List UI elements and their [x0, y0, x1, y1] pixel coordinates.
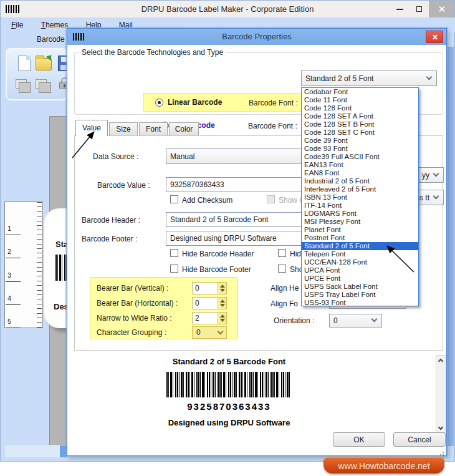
cancel-button[interactable]: Cancel [393, 432, 446, 447]
preview-value-text: 9325870363433 [160, 401, 299, 412]
bearer-horizontal-value: 0 [195, 299, 199, 308]
show-right-checkbox[interactable] [278, 265, 286, 273]
website-badge: www.Howtobarcode.net [323, 457, 444, 474]
font-list-item[interactable]: Interleaved 2 of 5 Font [302, 185, 418, 193]
font-list-item[interactable]: LOGMARS Font [302, 210, 418, 218]
ok-button[interactable]: OK [333, 432, 385, 447]
narrow-wide-spinner[interactable]: 2 [192, 312, 227, 324]
font-list-item[interactable]: USPS Sack Label Font [302, 283, 418, 291]
show-checksum-checkbox [267, 195, 275, 203]
bearer-vertical-label: Bearer Bar (Vertical) : [97, 284, 168, 293]
font-list-item[interactable]: UCC/EAN-128 Font [302, 258, 418, 266]
font-list-item[interactable]: EAN13 Font [302, 161, 418, 169]
right-scroll-band[interactable] [448, 47, 454, 446]
add-checksum-checkbox[interactable] [170, 195, 178, 203]
font-list-item[interactable]: EAN8 Font [302, 169, 418, 177]
2d-font-label: Barcode Font : [248, 122, 297, 130]
add-checksum-label: Add Checksum [182, 196, 232, 205]
font-list-item[interactable]: MSI Plessey Font [302, 218, 418, 226]
orientation-combobox[interactable]: 0 [329, 314, 382, 328]
restore-button[interactable] [411, 1, 427, 17]
bearer-horizontal-spinner[interactable]: 0 [192, 297, 227, 309]
font-list-item[interactable]: Code 93 Font [302, 145, 418, 153]
tab-font[interactable]: Font [139, 122, 168, 135]
orientation-value: 0 [330, 316, 338, 325]
resize-grip[interactable] [443, 452, 444, 453]
spin-up-icon [220, 299, 225, 303]
ruler-mark: 1 [7, 225, 11, 232]
vertical-ruler: 1 2 3 4 5 [4, 202, 43, 328]
dialog-close-button[interactable] [426, 31, 443, 43]
hide-footer-checkbox[interactable] [170, 265, 178, 273]
spinner-buttons[interactable] [218, 313, 226, 324]
ruler-ticks [37, 202, 42, 328]
font-list-item[interactable]: USPS Tray Label Font [302, 291, 418, 299]
bearer-vertical-spinner[interactable]: 0 [192, 282, 227, 294]
date-format-partial-value: yy [418, 171, 443, 180]
tab-value[interactable]: Value [75, 120, 108, 136]
narrow-wide-label: Narrow to Wide Ratio : [97, 314, 172, 323]
font-list-item[interactable]: Industrial 2 of 5 Font [302, 177, 418, 185]
close-button[interactable] [429, 1, 454, 17]
barcode-header-label: Barcode Header : [82, 216, 140, 225]
font-list-item[interactable]: ITF-14 Font [302, 202, 418, 210]
statusbar [5, 445, 67, 457]
hide-right-checkbox[interactable] [278, 249, 286, 257]
spin-down-icon [220, 319, 225, 322]
hide-header-checkbox[interactable] [170, 249, 178, 257]
linear-font-value: Standard 2 of 5 Font [302, 74, 373, 83]
font-list-item[interactable]: Planet Font [302, 226, 418, 234]
align-header-label: Align He [271, 284, 299, 293]
minimize-button[interactable] [392, 1, 407, 17]
bearer-vertical-value: 0 [195, 284, 199, 293]
font-list-item[interactable]: Code39 Full ASCII Font [302, 153, 418, 161]
font-list-item[interactable]: Codabar Font [302, 88, 418, 96]
open-folder-icon[interactable] [36, 58, 52, 70]
ruler-mark: 2 [7, 248, 11, 255]
font-list-item[interactable]: UPCA Font [302, 266, 418, 274]
menu-item-file[interactable]: File [11, 17, 23, 32]
font-list-item[interactable]: Code 128 SET B Font [302, 120, 418, 129]
font-list-item[interactable]: Standard 2 of 5 Font [302, 242, 418, 250]
barcode-footer-label: Barcode Footer : [82, 235, 137, 243]
font-list-item[interactable]: Code 128 SET C Font [302, 129, 418, 137]
spinner-buttons[interactable] [218, 283, 226, 294]
font-list-item[interactable]: Code 128 Font [302, 104, 418, 112]
barcode-value-label: Barcode Value : [97, 181, 150, 190]
linear-barcode-highlight-row: Linear Barcode Barcode Font : [143, 93, 307, 112]
font-list-item[interactable]: Code 11 Font [302, 96, 418, 104]
tab-color[interactable]: Color [169, 122, 199, 135]
font-list-item[interactable]: Telepen Font [302, 250, 418, 258]
close-icon [438, 6, 445, 12]
preview-barcode-image [166, 372, 291, 397]
preview-scrollbar[interactable] [436, 355, 446, 434]
ruler-mark: 4 [7, 294, 11, 302]
font-list-item[interactable]: USS-93 Font [302, 299, 418, 306]
linear-barcode-label: Linear Barcode [168, 98, 222, 107]
font-list-item[interactable]: ISBN 13 Font [302, 193, 418, 202]
tab-size[interactable]: Size [109, 122, 138, 135]
menu-item-themes[interactable]: Themes [41, 17, 68, 32]
duplicate-icon[interactable] [36, 79, 47, 89]
barcode-preview: Standard 2 of 5 Barcode Font 93258703634… [160, 355, 299, 431]
data-source-value: Manual [166, 152, 194, 161]
spinner-buttons[interactable] [218, 298, 226, 309]
char-grouping-value: 0 [196, 328, 201, 337]
font-list-item[interactable]: Code 39 Font [302, 137, 418, 145]
copy-icon[interactable] [16, 79, 27, 89]
font-list-item[interactable]: Postnet Font [302, 234, 418, 242]
linear-font-combobox[interactable]: Standard 2 of 5 Font [301, 70, 437, 86]
spin-down-icon [220, 289, 225, 292]
toolbar-panel [6, 48, 67, 100]
barcode-properties-dialog: Barcode Properties Select the Barcode Te… [67, 28, 447, 456]
char-grouping-combobox[interactable]: 0 [192, 326, 227, 339]
hide-header-label: Hide Barcode Header [182, 250, 254, 258]
close-icon [432, 34, 438, 40]
new-document-icon[interactable] [18, 56, 31, 71]
linear-barcode-radio[interactable] [155, 99, 163, 107]
orientation-label: Orientation : [274, 316, 314, 325]
font-dropdown-list[interactable]: Codabar FontCode 11 FontCode 128 FontCod… [301, 87, 419, 306]
font-list-item[interactable]: UPCE Font [302, 274, 418, 283]
titlebar: DRPU Barcode Label Maker - Corporate Edi… [1, 1, 454, 17]
font-list-item[interactable]: Code 128 SET A Font [302, 112, 418, 120]
